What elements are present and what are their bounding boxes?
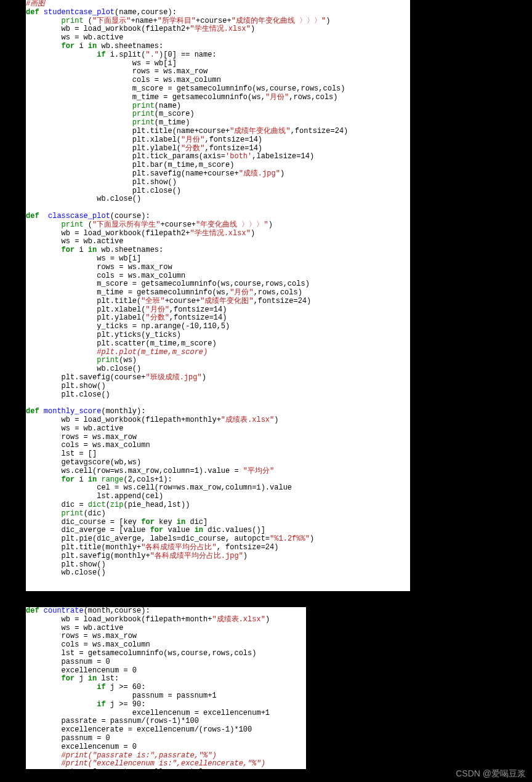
watermark: CSDN @爱喝豆浆 [456,768,526,778]
code-line: #画图 [26,0,45,8]
code-block-2: def countrate(month,course): wb = load_w… [26,607,306,769]
code-block-1: #画图 def studentcase_plot(name,course): p… [26,0,410,591]
